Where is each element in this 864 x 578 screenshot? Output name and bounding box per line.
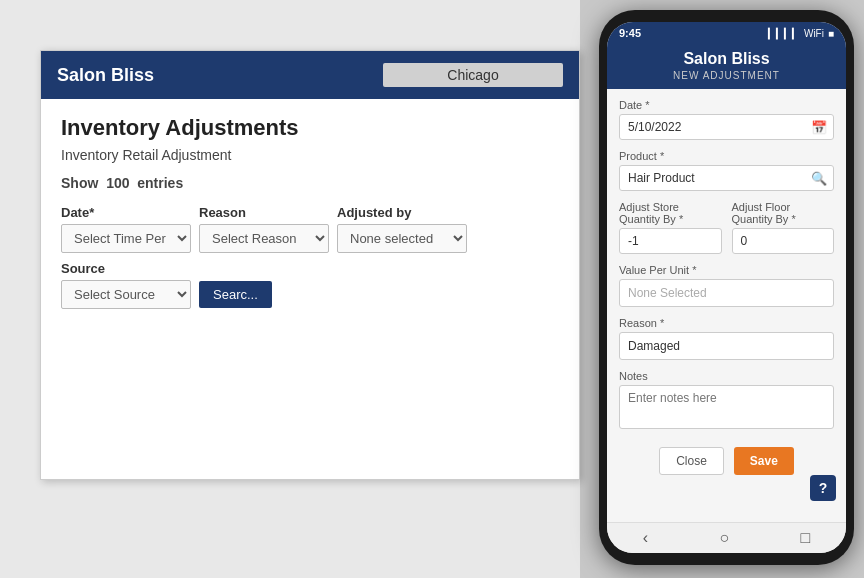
phone-form: Date * 📅 Product * 🔍 <box>607 89 846 522</box>
app-content: Inventory Adjustments Inventory Retail A… <box>41 99 579 325</box>
filter-row: Date* Select Time Period Reason Select R… <box>61 205 559 309</box>
notes-field: Notes <box>619 370 834 433</box>
phone-nav-bar: ‹ ○ □ <box>607 522 846 553</box>
app-header: Salon Bliss Chicago <box>41 51 579 99</box>
filter-date-col: Date* Select Time Period <box>61 205 191 253</box>
status-icons: ▎▎▎▎ WiFi ■ <box>768 28 834 39</box>
location-dropdown[interactable]: Chicago <box>383 63 563 87</box>
search-button[interactable]: Searc... <box>199 281 272 308</box>
phone-container: 9:45 ▎▎▎▎ WiFi ■ Salon Bliss NEW ADJUSTM… <box>599 10 854 565</box>
phone-app-title: Salon Bliss <box>615 50 838 68</box>
help-button[interactable]: ? <box>810 475 836 501</box>
notes-textarea[interactable] <box>619 385 834 429</box>
desktop-app-window: Salon Bliss Chicago Inventory Adjustment… <box>40 50 580 480</box>
adjust-floor-field: Adjust Floor Quantity By * <box>732 201 835 254</box>
filter-adjusted-by-col: Adjusted by None selected <box>337 205 467 253</box>
date-field: Date * 📅 <box>619 99 834 140</box>
square-nav-icon[interactable]: □ <box>801 529 811 547</box>
show-label: Show <box>61 175 98 191</box>
date-input[interactable] <box>620 115 805 139</box>
page-title: Inventory Adjustments <box>61 115 559 141</box>
adjusted-by-filter-select[interactable]: None selected <box>337 224 467 253</box>
phone-status-bar: 9:45 ▎▎▎▎ WiFi ■ <box>607 22 846 44</box>
signal-icon: ▎▎▎▎ <box>768 28 800 39</box>
date-filter-label: Date* <box>61 205 191 220</box>
date-input-wrapper[interactable]: 📅 <box>619 114 834 140</box>
phone-screen: 9:45 ▎▎▎▎ WiFi ■ Salon Bliss NEW ADJUSTM… <box>607 22 846 553</box>
form-buttons: Close Save <box>619 447 834 483</box>
show-entries: Show 100 entries <box>61 175 559 191</box>
close-button[interactable]: Close <box>659 447 724 475</box>
value-per-unit-label: Value Per Unit * <box>619 264 834 276</box>
phone-app-header: Salon Bliss NEW ADJUSTMENT <box>607 44 846 89</box>
reason-label: Reason * <box>619 317 834 329</box>
search-icon: 🔍 <box>805 167 833 190</box>
reason-input[interactable]: Damaged <box>619 332 834 360</box>
source-filter-label: Source <box>61 261 191 276</box>
product-field: Product * 🔍 <box>619 150 834 191</box>
page-subtitle: Inventory Retail Adjustment <box>61 147 559 163</box>
calendar-icon: 📅 <box>805 116 833 139</box>
phone-body: 9:45 ▎▎▎▎ WiFi ■ Salon Bliss NEW ADJUSTM… <box>599 10 854 565</box>
entries-label: entries <box>137 175 183 191</box>
phone-form-title: NEW ADJUSTMENT <box>615 70 838 81</box>
value-per-unit-input[interactable]: None Selected <box>619 279 834 307</box>
reason-filter-select[interactable]: Select Reason <box>199 224 329 253</box>
adjust-store-label: Adjust Store Quantity By * <box>619 201 722 225</box>
source-filter-select[interactable]: Select Source <box>61 280 191 309</box>
back-nav-icon[interactable]: ‹ <box>643 529 648 547</box>
adjust-floor-label: Adjust Floor Quantity By * <box>732 201 835 225</box>
status-time: 9:45 <box>619 27 641 39</box>
wifi-icon: WiFi <box>804 28 824 39</box>
filter-reason-col: Reason Select Reason <box>199 205 329 253</box>
adjusted-by-filter-label: Adjusted by <box>337 205 467 220</box>
save-button[interactable]: Save <box>734 447 794 475</box>
date-label: Date * <box>619 99 834 111</box>
adjust-floor-input[interactable] <box>732 228 835 254</box>
entries-count: 100 <box>106 175 129 191</box>
product-label: Product * <box>619 150 834 162</box>
notes-label: Notes <box>619 370 834 382</box>
date-filter-select[interactable]: Select Time Period <box>61 224 191 253</box>
adjust-store-field: Adjust Store Quantity By * <box>619 201 722 254</box>
app-title: Salon Bliss <box>57 65 154 86</box>
home-nav-icon[interactable]: ○ <box>719 529 729 547</box>
product-input-wrapper[interactable]: 🔍 <box>619 165 834 191</box>
reason-field: Reason * Damaged <box>619 317 834 360</box>
filter-source-col: Source Select Source <box>61 261 191 309</box>
product-input[interactable] <box>620 166 805 190</box>
reason-filter-label: Reason <box>199 205 329 220</box>
battery-icon: ■ <box>828 28 834 39</box>
value-per-unit-field: Value Per Unit * None Selected <box>619 264 834 307</box>
quantity-row: Adjust Store Quantity By * Adjust Floor … <box>619 201 834 254</box>
adjust-store-input[interactable] <box>619 228 722 254</box>
